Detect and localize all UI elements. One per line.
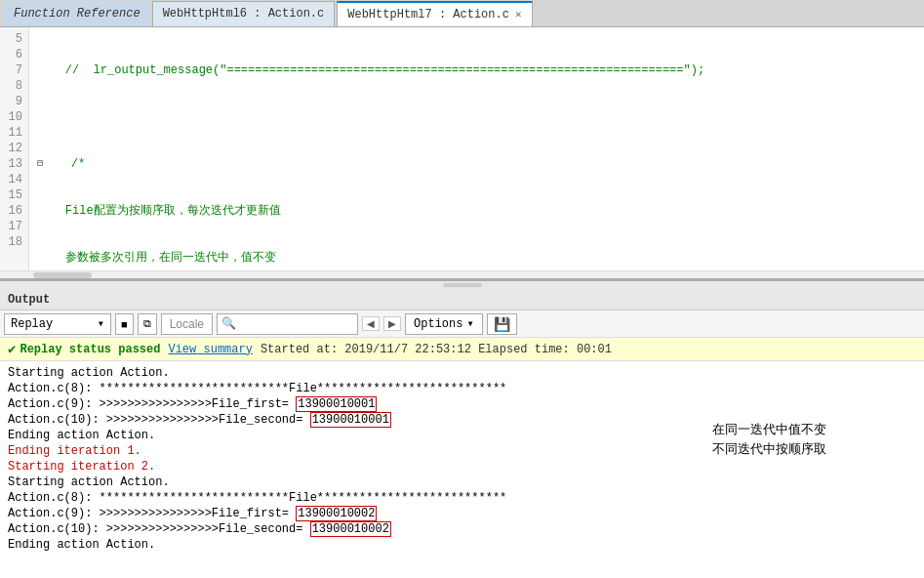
status-bar: ✔ Replay status passed View summary Star…: [0, 338, 924, 361]
output-content: Starting action Action. Action.c(8): ***…: [0, 361, 924, 578]
tab-label: WebHttpHtml7 : Action.c: [347, 8, 509, 21]
value-highlight: 13900010001: [310, 412, 391, 428]
search-icon: 🔍: [218, 316, 240, 331]
code-line: File配置为按顺序取，每次迭代才更新值: [37, 203, 916, 219]
status-passed: ✔ Replay status passed: [8, 341, 160, 357]
close-icon[interactable]: ✕: [515, 8, 522, 21]
output-line: Action.c(8): ***************************…: [8, 490, 916, 506]
tab-label: WebHttpHtml6 : Action.c: [163, 7, 325, 21]
copy-button[interactable]: ⧉: [138, 313, 157, 335]
output-line: Starting action Action.: [8, 365, 916, 381]
code-content: 5 6 7 8 9 10 11 12 13 14 15 16 17 18 // …: [0, 27, 924, 270]
output-line: Action.c(9): >>>>>>>>>>>>>>>>File_first=…: [8, 506, 916, 521]
output-panel: Output Replay ▾ ■ ⧉ Locale 🔍 ◀ ▶ Options…: [0, 289, 924, 578]
code-line: ⊟ /*: [37, 156, 916, 172]
output-line: Action.c(10): >>>>>>>>>>>>>>>>File_secon…: [8, 521, 916, 537]
locale-label: Locale: [170, 317, 204, 331]
line-numbers: 5 6 7 8 9 10 11 12 13 14 15 16 17 18: [0, 27, 29, 270]
view-summary-link[interactable]: View summary: [168, 343, 252, 356]
output-title: Output: [8, 293, 50, 307]
output-line: Action.c(9): >>>>>>>>>>>>>>>>File_first=…: [8, 396, 916, 412]
code-line: [37, 109, 916, 125]
status-time: Started at: 2019/11/7 22:53:12 Elapsed t…: [261, 343, 612, 356]
value-highlight: 13900010001: [296, 396, 377, 412]
check-icon: ✔: [8, 341, 16, 357]
panel-divider: [0, 281, 924, 289]
options-label: Options: [414, 317, 462, 331]
tab-bar: Function Reference WebHttpHtml6 : Action…: [0, 0, 924, 27]
output-line: Ending action Action.: [8, 537, 916, 553]
tab-function-reference[interactable]: Function Reference: [4, 1, 150, 26]
output-header: Output: [0, 289, 924, 310]
save-icon: 💾: [494, 316, 510, 332]
options-dropdown-icon: ▾: [466, 316, 473, 331]
value-highlight: 13900010002: [296, 506, 377, 521]
options-button[interactable]: Options ▾: [405, 313, 483, 335]
output-toolbar: Replay ▾ ■ ⧉ Locale 🔍 ◀ ▶ Options ▾ 💾: [0, 310, 924, 338]
stop-button[interactable]: ■: [115, 313, 134, 335]
replay-label: Replay: [11, 317, 53, 331]
code-lines: // lr_output_message("==================…: [29, 27, 924, 270]
search-input[interactable]: [240, 317, 357, 331]
search-box[interactable]: 🔍: [217, 313, 358, 335]
prev-result-button[interactable]: ◀: [362, 316, 380, 331]
next-result-button[interactable]: ▶: [383, 316, 401, 331]
tab-webhttp7[interactable]: WebHttpHtml7 : Action.c ✕: [337, 1, 532, 26]
code-line: 参数被多次引用，在同一迭代中，值不变: [37, 250, 916, 266]
annotation-line2: 不同迭代中按顺序取: [712, 439, 826, 459]
replay-dropdown[interactable]: Replay ▾: [4, 313, 111, 335]
status-text: Replay status passed: [20, 343, 160, 356]
locale-button[interactable]: Locale: [161, 313, 213, 335]
annotation-text: 在同一迭代中值不变 不同迭代中按顺序取: [712, 420, 826, 459]
code-line: // lr_output_message("==================…: [37, 62, 916, 78]
annotation-line1: 在同一迭代中值不变: [712, 420, 826, 439]
output-line: Starting action Action.: [8, 475, 916, 490]
starting-iteration-line: Starting iteration 2.: [8, 459, 916, 475]
dropdown-arrow-icon: ▾: [98, 316, 104, 331]
value-highlight: 13900010002: [310, 521, 391, 537]
code-editor: 5 6 7 8 9 10 11 12 13 14 15 16 17 18 // …: [0, 27, 924, 281]
save-button[interactable]: 💾: [487, 313, 517, 335]
output-line: Action.c(8): ***************************…: [8, 381, 916, 396]
main-container: 5 6 7 8 9 10 11 12 13 14 15 16 17 18 // …: [0, 27, 924, 578]
tab-label: Function Reference: [14, 7, 141, 21]
tab-webhttp6[interactable]: WebHttpHtml6 : Action.c: [152, 1, 336, 26]
